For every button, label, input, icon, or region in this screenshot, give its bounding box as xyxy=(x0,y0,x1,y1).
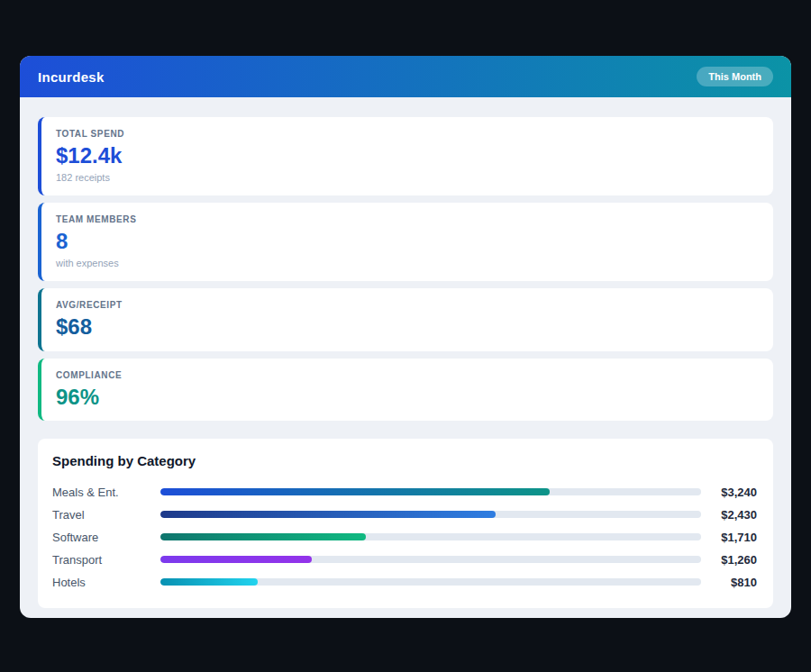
stat-card-compliance: COMPLIANCE96% xyxy=(38,359,773,421)
category-value: $2,430 xyxy=(701,508,757,522)
stat-card-team-members: TEAM MEMBERS8with expenses xyxy=(38,203,773,281)
stat-label-team-members: TEAM MEMBERS xyxy=(56,214,759,224)
app-header: Incurdesk This Month xyxy=(20,56,791,97)
category-label: Hotels xyxy=(52,576,160,589)
app-title: Incurdesk xyxy=(38,69,105,85)
category-list: Meals & Ent.$3,240Travel$2,430Software$1… xyxy=(52,481,757,594)
category-row: Hotels$810 xyxy=(52,571,757,594)
content-area: TOTAL SPEND$12.4k182 receiptsTEAM MEMBER… xyxy=(20,97,791,618)
spending-card: Spending by Category Meals & Ent.$3,240T… xyxy=(38,439,773,608)
category-bar xyxy=(160,578,258,586)
category-bar xyxy=(160,556,312,563)
category-row: Meals & Ent.$3,240 xyxy=(52,481,757,504)
stat-value-avg-receipt: $68 xyxy=(56,315,759,338)
category-label: Meals & Ent. xyxy=(52,486,160,499)
category-value: $1,710 xyxy=(701,531,757,544)
category-label: Software xyxy=(52,531,160,544)
stat-card-total-spend: TOTAL SPEND$12.4k182 receipts xyxy=(38,117,773,195)
stat-value-compliance: 96% xyxy=(56,386,759,408)
category-value: $1,260 xyxy=(701,553,757,567)
stat-card-avg-receipt: AVG/RECEIPT$68 xyxy=(38,288,773,350)
category-row: Transport$1,260 xyxy=(52,549,757,571)
stat-label-compliance: COMPLIANCE xyxy=(56,370,759,380)
category-bar-track xyxy=(160,511,701,518)
stat-sub-total-spend: 182 receipts xyxy=(56,172,759,183)
category-label: Travel xyxy=(52,508,160,522)
category-value: $3,240 xyxy=(701,486,757,499)
stat-sub-team-members: with expenses xyxy=(56,258,759,268)
category-label: Transport xyxy=(52,553,160,567)
stat-value-total-spend: $12.4k xyxy=(56,144,759,167)
app-panel: Incurdesk This Month TOTAL SPEND$12.4k18… xyxy=(20,56,791,618)
spending-title: Spending by Category xyxy=(52,453,757,468)
category-bar xyxy=(160,533,366,540)
category-row: Travel$2,430 xyxy=(52,504,757,526)
stat-value-team-members: 8 xyxy=(56,230,759,252)
category-bar xyxy=(160,488,550,495)
category-bar xyxy=(160,511,496,518)
category-value: $810 xyxy=(701,576,757,589)
category-row: Software$1,710 xyxy=(52,526,757,549)
category-bar-track xyxy=(160,578,701,586)
stat-label-avg-receipt: AVG/RECEIPT xyxy=(56,300,759,310)
category-bar-track xyxy=(160,556,701,563)
category-bar-track xyxy=(160,533,701,540)
stat-label-total-spend: TOTAL SPEND xyxy=(56,129,759,139)
stats-list: TOTAL SPEND$12.4k182 receiptsTEAM MEMBER… xyxy=(38,117,773,421)
category-bar-track xyxy=(160,488,701,495)
period-badge[interactable]: This Month xyxy=(697,67,773,86)
